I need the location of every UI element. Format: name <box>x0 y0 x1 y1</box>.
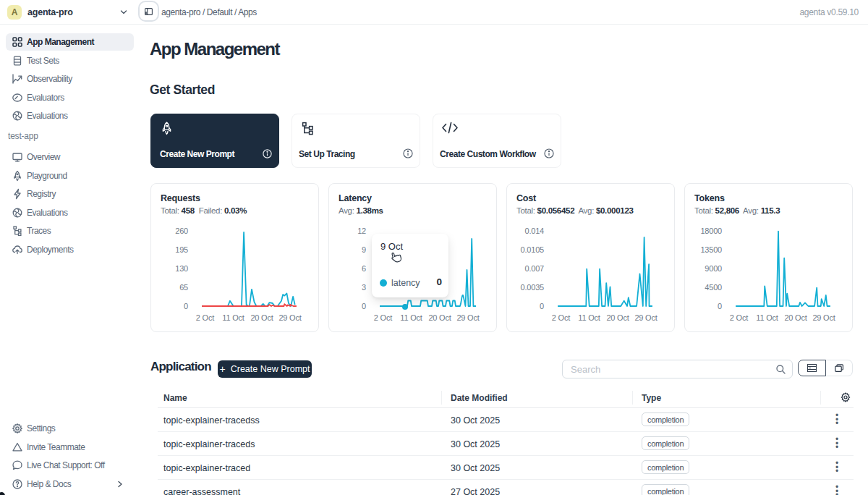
svg-text:29 Oct: 29 Oct <box>634 313 657 322</box>
svg-text:0.0105: 0.0105 <box>521 245 545 254</box>
svg-text:2 Oct: 2 Oct <box>730 313 748 322</box>
svg-text:195: 195 <box>175 245 188 254</box>
svg-text:13500: 13500 <box>700 245 722 254</box>
svg-text:18000: 18000 <box>700 227 722 235</box>
svg-text:0: 0 <box>362 302 366 310</box>
svg-text:0.007: 0.007 <box>524 264 544 273</box>
svg-text:20 Oct: 20 Oct <box>428 313 451 322</box>
svg-text:9000: 9000 <box>705 264 722 273</box>
svg-text:6: 6 <box>362 264 366 273</box>
svg-text:4500: 4500 <box>705 283 722 292</box>
svg-text:0.014: 0.014 <box>524 227 544 235</box>
svg-text:2 Oct: 2 Oct <box>196 313 214 322</box>
svg-text:9: 9 <box>362 245 366 254</box>
svg-text:2 Oct: 2 Oct <box>374 313 392 322</box>
svg-text:20 Oct: 20 Oct <box>606 313 629 322</box>
svg-text:20 Oct: 20 Oct <box>784 313 807 322</box>
svg-text:11 Oct: 11 Oct <box>578 313 600 322</box>
svg-text:0: 0 <box>540 302 544 310</box>
svg-text:11 Oct: 11 Oct <box>756 313 778 322</box>
svg-text:130: 130 <box>175 264 188 273</box>
svg-text:12: 12 <box>357 227 366 235</box>
svg-text:0: 0 <box>718 302 722 310</box>
svg-text:260: 260 <box>175 227 188 235</box>
svg-text:11 Oct: 11 Oct <box>400 313 422 322</box>
svg-text:0.0035: 0.0035 <box>521 283 545 292</box>
svg-text:2 Oct: 2 Oct <box>552 313 570 322</box>
svg-text:20 Oct: 20 Oct <box>250 313 273 322</box>
svg-text:3: 3 <box>362 283 366 292</box>
svg-text:0: 0 <box>184 302 188 310</box>
svg-text:29 Oct: 29 Oct <box>812 313 835 322</box>
svg-text:65: 65 <box>179 283 188 292</box>
svg-text:29 Oct: 29 Oct <box>456 313 479 322</box>
svg-text:11 Oct: 11 Oct <box>222 313 244 322</box>
svg-text:29 Oct: 29 Oct <box>278 313 301 322</box>
